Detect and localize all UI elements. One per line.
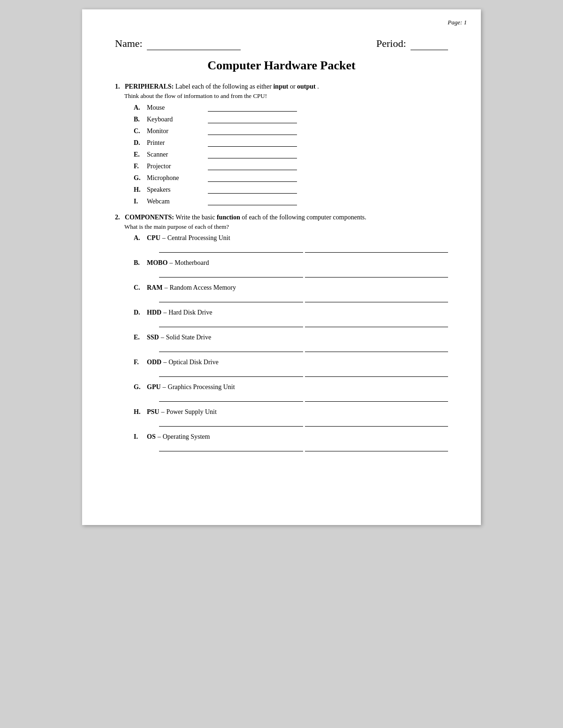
q2-comp-letter: F.	[134, 359, 147, 366]
q1-item-row: B.Keyboard	[134, 115, 448, 123]
q2-comp-label-row: H.PSU – Power Supply Unit	[134, 408, 448, 416]
q2-comp-row: F.ODD – Optical Disk Drive	[134, 359, 448, 377]
q2-comp-row: A.CPU – Central Processing Unit	[134, 234, 448, 253]
q2-write-line-half2	[305, 418, 448, 427]
q2-comp-fullname: Solid State Drive	[166, 334, 211, 341]
q1-item-row: E.Scanner	[134, 150, 448, 158]
q1-item-answer-line	[208, 104, 297, 112]
q2-bold-word: function	[217, 214, 240, 221]
q1-item-row: C.Monitor	[134, 127, 448, 135]
q2-comp-dash: –	[163, 359, 167, 366]
q2-comp-fullname: Optical Disk Drive	[168, 359, 219, 366]
q2-write-line	[159, 443, 448, 451]
q1-item-row: I.Webcam	[134, 197, 448, 205]
q2-write-line-half2	[305, 293, 448, 302]
q2-comp-label-row: D.HDD – Hard Disk Drive	[134, 309, 448, 316]
q1-items-list: A.Mouse B.Keyboard C.Monitor D.Printer E…	[134, 104, 448, 205]
q1-item-row: D.Printer	[134, 139, 448, 147]
q2-comp-row: H.PSU – Power Supply Unit	[134, 408, 448, 427]
q2-comp-label-row: B.MOBO – Motherboard	[134, 259, 448, 267]
q2-comp-fullname: Operating System	[163, 433, 210, 441]
q1-item-letter: F.	[134, 163, 147, 170]
q2-comp-label-row: G.GPU – Graphics Processing Unit	[134, 383, 448, 391]
q2-write-line-half2	[305, 269, 448, 278]
q2-write-line-half1	[159, 343, 303, 352]
q2-write-line-half1	[159, 393, 303, 402]
q2-comp-abbr: CPU	[147, 234, 160, 242]
name-underline	[147, 38, 241, 50]
period-label: Period:	[376, 38, 406, 49]
q1-bold2: output	[297, 83, 316, 90]
q2-comp-row: D.HDD – Hard Disk Drive	[134, 309, 448, 327]
q1-item-text: Speakers	[147, 186, 203, 194]
q1-item-row: A.Mouse	[134, 104, 448, 112]
q1-item-answer-line	[208, 150, 297, 158]
q1-item-text: Webcam	[147, 198, 203, 205]
q2-comp-abbr: MOBO	[147, 259, 167, 267]
q2-comp-letter: A.	[134, 234, 147, 242]
q2-comp-fullname: Central Processing Unit	[167, 234, 230, 242]
q2-write-line	[159, 318, 448, 327]
q2-comp-row: E.SSD – Solid State Drive	[134, 334, 448, 352]
q2-write-line-half2	[305, 343, 448, 352]
q2-comp-abbr: HDD	[147, 309, 161, 316]
header-row: Name: Period:	[115, 38, 448, 50]
q2-write-line-half1	[159, 244, 303, 253]
q2-comp-abbr: PSU	[147, 408, 159, 416]
q2-comp-abbr: GPU	[147, 383, 161, 391]
q2-comp-letter: E.	[134, 334, 147, 341]
name-label: Name:	[115, 38, 143, 49]
page-number: Page: 1	[448, 19, 467, 26]
q2-write-line-half1	[159, 418, 303, 427]
q2-write-line	[159, 418, 448, 427]
q2-comp-letter: D.	[134, 309, 147, 316]
q1-item-row: H.Speakers	[134, 186, 448, 194]
q1-keyword: PERIPHERALS:	[125, 83, 174, 90]
q1-item-letter: C.	[134, 128, 147, 135]
q2-comp-dash: –	[164, 284, 167, 292]
q2-items-list: A.CPU – Central Processing Unit B.MOBO –…	[134, 234, 448, 451]
q1-bold1: input	[273, 83, 288, 90]
q2-write-line-half1	[159, 318, 303, 327]
page: Page: 1 Name: Period: Computer Hardware …	[82, 9, 481, 525]
q2-write-line	[159, 343, 448, 352]
q2-comp-fullname: Hard Disk Drive	[168, 309, 212, 316]
q2-instruction: Write the basic	[175, 214, 217, 221]
q2-write-line	[159, 269, 448, 278]
q2-write-line-half1	[159, 269, 303, 278]
q1-item-text: Monitor	[147, 128, 203, 135]
q1-item-row: G.Microphone	[134, 174, 448, 182]
period-underline	[411, 38, 448, 50]
q1-item-answer-line	[208, 197, 297, 205]
q1-item-answer-line	[208, 139, 297, 147]
q2-comp-fullname: Motherboard	[175, 259, 209, 267]
q2-write-line	[159, 368, 448, 377]
q1-item-letter: A.	[134, 104, 147, 112]
q1-instruction: Label each of the following as either	[175, 83, 274, 90]
q2-comp-label-row: A.CPU – Central Processing Unit	[134, 234, 448, 242]
q2-comp-fullname: Random Access Memory	[169, 284, 236, 292]
q2-write-line-half2	[305, 368, 448, 377]
question-2: 2. COMPONENTS: Write the basic function …	[115, 214, 448, 451]
q2-comp-row: G.GPU – Graphics Processing Unit	[134, 383, 448, 402]
question-1: 1. PERIPHERALS: Label each of the follow…	[115, 83, 448, 205]
q1-middle: or	[290, 83, 297, 90]
q1-item-letter: I.	[134, 198, 147, 205]
q2-comp-abbr: RAM	[147, 284, 162, 292]
q2-comp-dash: –	[158, 433, 161, 441]
q1-number: 1.	[115, 83, 120, 90]
q1-item-answer-line	[208, 186, 297, 194]
q1-item-answer-line	[208, 115, 297, 123]
question-2-label: 2. COMPONENTS: Write the basic function …	[115, 214, 448, 221]
q1-item-letter: E.	[134, 151, 147, 158]
q2-write-line-half2	[305, 393, 448, 402]
q2-comp-abbr: OS	[147, 433, 156, 441]
q2-write-line-half1	[159, 293, 303, 302]
q2-instruction2: of each of the following computer compon…	[242, 214, 366, 221]
q1-item-letter: H.	[134, 186, 147, 194]
q2-comp-dash: –	[161, 334, 164, 341]
q2-comp-letter: H.	[134, 408, 147, 416]
question-1-label: 1. PERIPHERALS: Label each of the follow…	[115, 83, 448, 90]
q2-comp-dash: –	[163, 383, 166, 391]
q2-keyword: COMPONENTS:	[125, 214, 174, 221]
